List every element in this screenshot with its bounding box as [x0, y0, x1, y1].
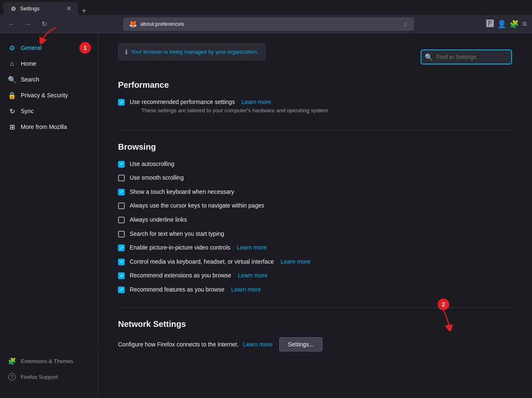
sidebar-item-label: Sync — [21, 108, 34, 114]
pip-checkbox[interactable] — [118, 245, 125, 251]
recommend-ext-learn-more[interactable]: Learn more — [238, 272, 268, 280]
search-text-label[interactable]: Search for text when you start typing — [130, 230, 224, 238]
back-button[interactable]: ← — [5, 19, 18, 30]
browsing-title: Browsing — [118, 142, 512, 152]
general-icon: ⚙ — [8, 44, 16, 52]
recommended-perf-label[interactable]: Use recommended performance settings Lea… — [130, 98, 330, 106]
performance-section: Performance Use recommended performance … — [118, 80, 512, 117]
cursor-keys-checkbox[interactable] — [118, 203, 125, 209]
option-search-text: Search for text when you start typing — [118, 230, 512, 238]
touch-keyboard-label[interactable]: Show a touch keyboard when necessary — [130, 188, 234, 196]
network-description: Configure how Firefox connects to the in… — [118, 341, 273, 348]
bookmark-icon[interactable]: ☆ — [403, 21, 408, 27]
extensions-icon[interactable]: 🧩 — [510, 20, 519, 29]
account-icon[interactable]: 👤 — [497, 20, 506, 29]
option-media-keyboard: Control media via keyboard, headset, or … — [118, 258, 512, 266]
sidebar-item-label: Extensions & Themes — [21, 358, 73, 364]
recommended-perf-checkbox[interactable] — [118, 99, 125, 106]
network-settings-button[interactable]: Settings... — [279, 337, 323, 351]
nav-bar: ← → ↻ 🦊 about:preferences ☆ 🅿 👤 🧩 ≡ — [0, 15, 532, 33]
step1-arrow — [37, 27, 62, 44]
step2-arrow — [433, 310, 454, 331]
sidebar-item-sync[interactable]: ↻ Sync — [0, 103, 98, 119]
tab-favicon: ⚙ — [10, 5, 17, 12]
autoscrolling-checkbox[interactable] — [118, 161, 125, 168]
option-touch-keyboard: Show a touch keyboard when necessary — [118, 188, 512, 196]
top-bar: ℹ Your browser is being managed by your … — [118, 43, 512, 70]
url-text: about:preferences — [140, 21, 399, 27]
sync-icon: ↻ — [8, 107, 16, 115]
performance-description: These settings are tailored to your comp… — [141, 107, 330, 114]
sidebar-bottom: 🧩 Extensions & Themes ? Firefox Support — [0, 346, 98, 391]
option-underline-links: Always underline links — [118, 216, 512, 224]
recommend-features-checkbox[interactable] — [118, 287, 125, 293]
find-bar: 🔍 — [421, 49, 512, 64]
nav-right: 🅿 👤 🧩 ≡ — [486, 19, 527, 29]
sidebar-item-privacy[interactable]: 🔒 Privacy & Security — [0, 87, 98, 103]
option-pip: Enable picture-in-picture video controls… — [118, 244, 512, 252]
cursor-keys-label[interactable]: Always use the cursor keys to navigate w… — [130, 202, 264, 210]
option-recommended-perf: Use recommended performance settings Lea… — [118, 98, 512, 117]
search-text-checkbox[interactable] — [118, 231, 125, 237]
performance-title: Performance — [118, 80, 512, 90]
managed-notice: ℹ Your browser is being managed by your … — [118, 43, 266, 60]
option-recommend-features: Recommend features as you browse Learn m… — [118, 286, 512, 294]
network-row: Configure how Firefox connects to the in… — [118, 337, 512, 351]
option-cursor-keys: Always use the cursor keys to navigate w… — [118, 202, 512, 210]
recommend-features-label[interactable]: Recommend features as you browse Learn m… — [130, 286, 261, 294]
settings-content: ℹ Your browser is being managed by your … — [98, 33, 532, 398]
tab-close-button[interactable]: ✕ — [66, 5, 71, 12]
sidebar-item-extensions[interactable]: 🧩 Extensions & Themes — [0, 353, 98, 369]
media-keyboard-learn-more[interactable]: Learn more — [281, 258, 310, 266]
main-layout: ⚙ General 1 ⌂ Home 🔍 Search 🔒 Pri — [0, 33, 532, 398]
network-section: 2 Network Settings Configure how Firefox… — [118, 319, 512, 351]
sidebar-item-label: More from Mozilla — [21, 124, 67, 130]
sidebar-item-search[interactable]: 🔍 Search — [0, 72, 98, 87]
lock-icon: 🔒 — [8, 91, 16, 99]
find-settings-input[interactable] — [421, 49, 512, 64]
smooth-scrolling-checkbox[interactable] — [118, 175, 125, 181]
support-icon: ? — [8, 373, 16, 381]
recommend-features-learn-more[interactable]: Learn more — [231, 286, 261, 294]
forward-button[interactable]: → — [22, 19, 35, 30]
option-recommend-ext: Recommend extensions as you browse Learn… — [118, 272, 512, 280]
recommend-ext-label[interactable]: Recommend extensions as you browse Learn… — [130, 272, 268, 280]
tab-bar: ⚙ Settings ✕ + — [0, 0, 532, 15]
touch-keyboard-checkbox[interactable] — [118, 189, 125, 195]
sidebar-item-label: Search — [21, 76, 39, 83]
sidebar: ⚙ General 1 ⌂ Home 🔍 Search 🔒 Pri — [0, 33, 98, 398]
sidebar-item-label: Firefox Support — [21, 374, 58, 380]
autoscrolling-label[interactable]: Use autoscrolling — [130, 160, 174, 168]
pip-learn-more[interactable]: Learn more — [237, 244, 267, 252]
performance-learn-more[interactable]: Learn more — [241, 98, 271, 106]
search-icon: 🔍 — [8, 76, 16, 83]
smooth-scrolling-label[interactable]: Use smooth scrolling — [130, 174, 184, 182]
managed-notice-link[interactable]: Your browser is being managed by your or… — [131, 49, 259, 55]
network-learn-more[interactable]: Learn more — [243, 341, 273, 348]
recommend-ext-checkbox[interactable] — [118, 272, 125, 279]
info-icon: ℹ — [125, 48, 128, 56]
step1-badge: 1 — [79, 42, 91, 54]
find-search-icon: 🔍 — [425, 53, 433, 61]
media-keyboard-label[interactable]: Control media via keyboard, headset, or … — [130, 258, 310, 266]
mozilla-icon: ⊞ — [8, 123, 16, 131]
home-icon: ⌂ — [8, 60, 16, 67]
extensions-themes-icon: 🧩 — [8, 357, 16, 365]
divider-1 — [118, 130, 512, 131]
active-tab[interactable]: ⚙ Settings ✕ — [3, 2, 78, 15]
media-keyboard-checkbox[interactable] — [118, 259, 125, 265]
menu-icon[interactable]: ≡ — [522, 19, 527, 29]
underline-links-checkbox[interactable] — [118, 217, 125, 223]
pip-label[interactable]: Enable picture-in-picture video controls… — [130, 244, 267, 252]
new-tab-button[interactable]: + — [78, 7, 90, 15]
sidebar-item-support[interactable]: ? Firefox Support — [0, 369, 98, 385]
pocket-icon[interactable]: 🅿 — [486, 20, 494, 28]
address-bar[interactable]: 🦊 about:preferences ☆ — [123, 17, 414, 31]
sidebar-item-home[interactable]: ⌂ Home — [0, 56, 98, 72]
tab-title: Settings — [20, 5, 39, 12]
underline-links-label[interactable]: Always underline links — [130, 216, 187, 224]
sidebar-item-mozilla[interactable]: ⊞ More from Mozilla — [0, 119, 98, 135]
option-autoscrolling: Use autoscrolling — [118, 160, 512, 168]
option-smooth-scrolling: Use smooth scrolling — [118, 174, 512, 182]
sidebar-item-general[interactable]: ⚙ General 1 — [0, 40, 98, 56]
